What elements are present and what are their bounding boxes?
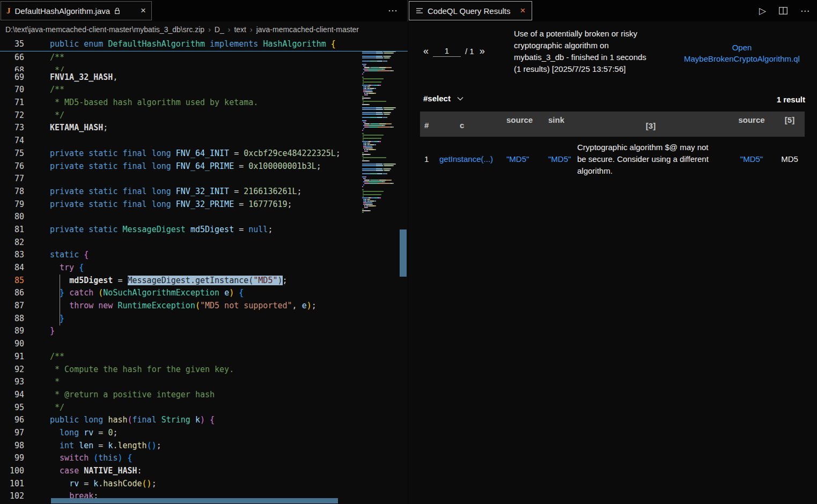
code-line[interactable]: 78private static final long FNV_32_INIT … bbox=[0, 186, 408, 198]
column-header-sink[interactable]: sink bbox=[544, 112, 573, 137]
pager-next-icon[interactable]: » bbox=[480, 46, 485, 57]
code-line[interactable]: 69FNV1A_32_HASH, bbox=[0, 71, 408, 84]
select-dropdown[interactable]: #select bbox=[423, 94, 463, 103]
code-line[interactable]: 74 bbox=[0, 135, 408, 147]
line-number[interactable]: 98 bbox=[0, 440, 24, 453]
code-line[interactable]: 73KETAMA_HASH; bbox=[0, 122, 408, 135]
line-number[interactable]: 94 bbox=[0, 389, 24, 402]
tab-codeql-query-results[interactable]: CodeQL Query Results × bbox=[409, 1, 532, 20]
open-query-file-link[interactable]: Open MaybeBrokenCryptoAlgorithm.ql bbox=[678, 42, 806, 64]
line-number[interactable]: 74 bbox=[0, 135, 24, 147]
more-actions-icon[interactable]: ⋯ bbox=[800, 5, 809, 17]
horizontal-scrollbar[interactable] bbox=[51, 498, 338, 503]
line-number[interactable]: 83 bbox=[0, 249, 24, 262]
code-line[interactable]: 92 * Compute the hash for the given key. bbox=[0, 364, 408, 376]
column-header-3[interactable]: [3] bbox=[573, 112, 728, 137]
line-number[interactable]: 80 bbox=[0, 211, 24, 224]
code-line[interactable]: 91/** bbox=[0, 351, 408, 364]
result-row[interactable]: 1getInstance(...)"MD5""MD5"Cryptographic… bbox=[420, 137, 805, 177]
line-number[interactable]: 72 bbox=[0, 109, 24, 122]
line-number[interactable]: 35 bbox=[0, 38, 24, 51]
line-number[interactable]: 75 bbox=[0, 147, 24, 160]
code-line[interactable]: 99 switch (this) { bbox=[0, 452, 408, 465]
breadcrumb-segment[interactable]: D_ bbox=[215, 25, 224, 34]
line-number[interactable]: 70 bbox=[0, 84, 24, 97]
line-number[interactable]: 96 bbox=[0, 414, 24, 427]
line-number[interactable]: 81 bbox=[0, 224, 24, 236]
tab-defaulthashalgorithm-java[interactable]: J DefaultHashAlgorithm.java × bbox=[1, 1, 152, 20]
code-line[interactable]: 89} bbox=[0, 325, 408, 338]
result-cell-source2[interactable]: "MD5" bbox=[728, 137, 775, 177]
code-line[interactable]: 88 } bbox=[0, 313, 408, 325]
pager-prev-icon[interactable]: « bbox=[423, 46, 429, 57]
code-line[interactable]: 90 bbox=[0, 338, 408, 351]
code-line[interactable]: 76private static final long FNV_64_PRIME… bbox=[0, 160, 408, 173]
line-number[interactable]: 73 bbox=[0, 122, 24, 135]
line-number[interactable]: 90 bbox=[0, 338, 24, 351]
column-header-source[interactable]: source bbox=[728, 112, 775, 137]
vertical-scrollbar[interactable] bbox=[400, 229, 407, 277]
line-number[interactable]: 68 bbox=[0, 64, 24, 71]
code-line[interactable]: 82 bbox=[0, 236, 408, 249]
minimap[interactable] bbox=[362, 40, 400, 213]
split-editor-icon[interactable] bbox=[779, 7, 787, 14]
column-header-col0[interactable]: # bbox=[420, 112, 439, 137]
column-header-source[interactable]: source bbox=[502, 112, 544, 137]
line-number[interactable]: 71 bbox=[0, 97, 24, 109]
line-number[interactable]: 92 bbox=[0, 364, 24, 376]
code-line[interactable]: 100 case NATIVE_HASH: bbox=[0, 465, 408, 478]
breadcrumb[interactable]: D:\text\java-memcached-client-master\myb… bbox=[0, 21, 408, 38]
code-line[interactable]: 83static { bbox=[0, 249, 408, 262]
close-tab-icon[interactable]: × bbox=[141, 5, 146, 16]
code-line[interactable]: 66/** bbox=[0, 51, 408, 64]
code-line[interactable]: 97 long rv = 0; bbox=[0, 427, 408, 440]
line-number[interactable]: 95 bbox=[0, 402, 24, 414]
editor-actions-more-icon[interactable]: ⋯ bbox=[388, 5, 398, 17]
line-number[interactable]: 76 bbox=[0, 160, 24, 173]
code-line[interactable]: 75private static final long FNV_64_INIT … bbox=[0, 147, 408, 160]
code-line[interactable]: 98 int len = k.length(); bbox=[0, 440, 408, 453]
line-number[interactable]: 93 bbox=[0, 376, 24, 389]
code-line[interactable]: 95 */ bbox=[0, 402, 408, 414]
result-cell-sink[interactable]: "MD5" bbox=[544, 137, 573, 177]
code-line[interactable]: 85 md5Digest = MessageDigest.getInstance… bbox=[0, 275, 408, 287]
code-line[interactable]: 84 try { bbox=[0, 262, 408, 275]
code-line[interactable]: 80 bbox=[0, 211, 408, 224]
line-number[interactable]: 79 bbox=[0, 198, 24, 211]
breadcrumb-segment[interactable]: java-memcached-client-master bbox=[256, 25, 359, 34]
line-number[interactable]: 85 bbox=[0, 275, 24, 287]
code-line[interactable]: 94 * @return a positive integer hash bbox=[0, 389, 408, 402]
result-cell-c[interactable]: getInstance(...) bbox=[439, 137, 502, 177]
line-number[interactable]: 102 bbox=[0, 490, 24, 503]
code-line[interactable]: 96public long hash(final String k) { bbox=[0, 414, 408, 427]
line-number[interactable]: 77 bbox=[0, 173, 24, 186]
close-tab-icon[interactable]: × bbox=[520, 5, 526, 16]
code-line[interactable]: 72 */ bbox=[0, 109, 408, 122]
code-line[interactable]: 77 bbox=[0, 173, 408, 186]
code-line[interactable]: 86 } catch (NoSuchAlgorithmException e) … bbox=[0, 287, 408, 300]
code-line[interactable]: 101 rv = k.hashCode(); bbox=[0, 478, 408, 491]
page-number-input[interactable] bbox=[433, 45, 461, 57]
code-line[interactable]: 79private static final long FNV_32_PRIME… bbox=[0, 198, 408, 211]
code-line[interactable]: 35public enum DefaultHashAlgorithm imple… bbox=[0, 38, 408, 51]
line-number[interactable]: 78 bbox=[0, 186, 24, 198]
column-header-5[interactable]: [5] bbox=[775, 112, 805, 137]
breadcrumb-segment[interactable]: text bbox=[234, 25, 246, 34]
line-number[interactable]: 99 bbox=[0, 452, 24, 465]
line-number[interactable]: 86 bbox=[0, 287, 24, 300]
run-query-icon[interactable]: ▷ bbox=[759, 5, 766, 17]
code-line[interactable]: 81private static MessageDigest md5Digest… bbox=[0, 224, 408, 236]
line-number[interactable]: 88 bbox=[0, 313, 24, 325]
line-number[interactable]: 97 bbox=[0, 427, 24, 440]
code-line[interactable]: 87 throw new RuntimeException("MD5 not s… bbox=[0, 300, 408, 313]
line-number[interactable]: 101 bbox=[0, 478, 24, 491]
code-editor[interactable]: 35public enum DefaultHashAlgorithm imple… bbox=[0, 38, 408, 504]
code-line[interactable]: 71 * MD5-based hash algorithm used by ke… bbox=[0, 97, 408, 109]
line-number[interactable]: 66 bbox=[0, 51, 24, 64]
line-number[interactable]: 89 bbox=[0, 325, 24, 338]
line-number[interactable]: 100 bbox=[0, 465, 24, 478]
code-line[interactable]: 68 */ bbox=[0, 64, 408, 71]
line-number[interactable]: 87 bbox=[0, 300, 24, 313]
sticky-scroll-line[interactable]: 35public enum DefaultHashAlgorithm imple… bbox=[0, 38, 408, 51]
breadcrumb-segment[interactable]: D:\text\java-memcached-client-master\myb… bbox=[5, 25, 204, 34]
